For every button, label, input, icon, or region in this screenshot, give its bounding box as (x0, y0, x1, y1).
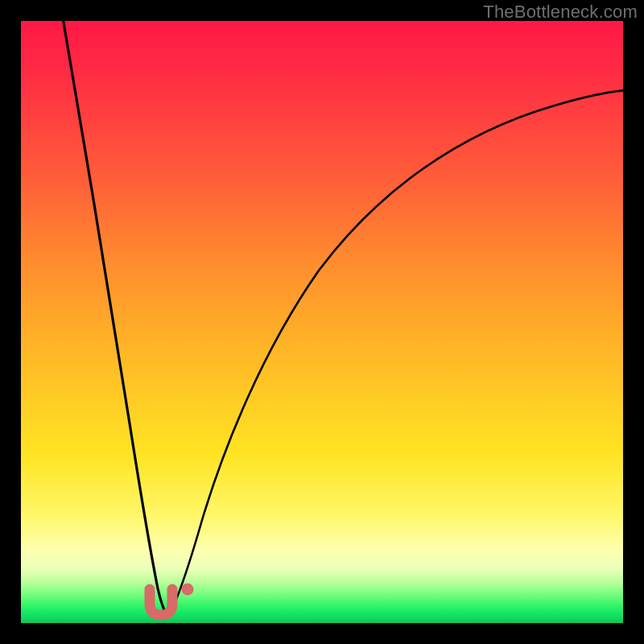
chart-frame: TheBottleneck.com (0, 0, 644, 644)
watermark-text: TheBottleneck.com (483, 2, 638, 23)
left-branch-curve (63, 21, 166, 613)
right-branch-curve (171, 90, 623, 613)
curve-layer (21, 21, 623, 623)
plot-area (21, 21, 623, 623)
valley-marker-dot (182, 584, 194, 596)
